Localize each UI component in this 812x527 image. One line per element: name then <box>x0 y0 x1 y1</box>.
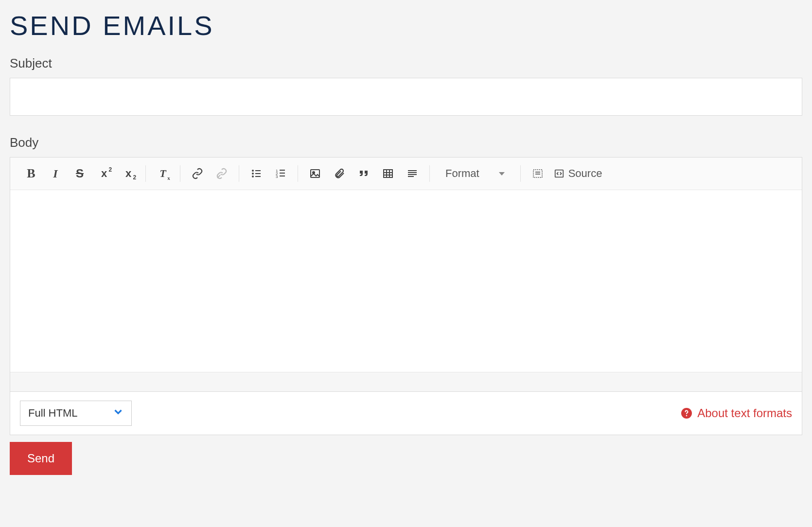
image-button[interactable] <box>306 164 324 183</box>
svg-rect-15 <box>384 170 392 177</box>
help-circle-icon <box>681 407 692 419</box>
strike-icon: S <box>76 167 84 180</box>
table-button[interactable] <box>379 164 397 183</box>
superscript-button[interactable]: x2 <box>95 164 113 183</box>
svg-rect-2 <box>255 170 261 171</box>
subscript-button[interactable]: x2 <box>119 164 138 183</box>
svg-text:3: 3 <box>276 175 278 179</box>
bullet-list-icon <box>250 168 262 179</box>
svg-rect-12 <box>280 176 285 176</box>
send-button[interactable]: Send <box>10 442 72 475</box>
editor-toolbar: B I S x2 x2 Tx <box>10 158 802 190</box>
blockquote-button[interactable] <box>354 164 373 183</box>
source-button[interactable]: Source <box>550 164 606 183</box>
svg-rect-4 <box>255 173 261 174</box>
source-label: Source <box>568 167 602 180</box>
numbered-list-button[interactable]: 1 2 3 <box>271 164 290 183</box>
quote-icon <box>358 168 370 179</box>
subject-label: Subject <box>10 56 802 71</box>
svg-rect-24 <box>533 170 542 177</box>
about-text-formats-link[interactable]: About text formats <box>681 406 792 420</box>
image-icon <box>309 168 321 179</box>
page-title: SEND EMAILS <box>10 10 802 41</box>
bold-icon: B <box>27 166 35 181</box>
show-blocks-icon <box>532 168 544 179</box>
toolbar-separator <box>239 165 239 182</box>
toolbar-separator <box>429 165 430 182</box>
body-label: Body <box>10 135 802 150</box>
superscript-icon: x2 <box>101 167 107 180</box>
svg-point-3 <box>252 173 254 175</box>
about-text-formats-label: About text formats <box>697 406 792 420</box>
link-button[interactable] <box>188 164 207 183</box>
svg-rect-8 <box>280 170 285 171</box>
subject-input[interactable] <box>10 78 802 116</box>
chevron-down-icon <box>112 405 124 421</box>
rich-text-editor: B I S x2 x2 Tx <box>10 157 802 392</box>
svg-point-1 <box>252 170 254 172</box>
svg-rect-10 <box>280 173 285 174</box>
numbered-list-icon: 1 2 3 <box>275 168 286 179</box>
bullet-list-button[interactable] <box>247 164 265 183</box>
unlink-icon <box>216 168 228 179</box>
text-format-row: Full HTML About text formats <box>10 392 802 435</box>
format-dropdown[interactable]: Format <box>438 164 512 183</box>
strike-button[interactable]: S <box>71 164 89 183</box>
paperclip-icon <box>334 168 345 179</box>
toolbar-separator <box>520 165 521 182</box>
toolbar-separator <box>298 165 298 182</box>
attachment-button[interactable] <box>330 164 349 183</box>
toolbar-separator <box>145 165 146 182</box>
editor-statusbar <box>10 372 802 391</box>
unlink-button[interactable] <box>212 164 231 183</box>
remove-format-button[interactable]: Tx <box>154 164 172 183</box>
svg-point-5 <box>252 176 254 177</box>
bold-button[interactable]: B <box>22 164 40 183</box>
svg-rect-13 <box>311 170 319 177</box>
align-icon <box>406 168 418 179</box>
toolbar-separator <box>180 165 180 182</box>
svg-point-29 <box>686 415 688 417</box>
remove-format-icon: Tx <box>159 167 166 180</box>
svg-rect-6 <box>255 176 261 177</box>
text-format-select[interactable]: Full HTML <box>20 401 132 426</box>
text-format-selected: Full HTML <box>28 407 77 420</box>
format-dropdown-label: Format <box>445 167 479 180</box>
link-icon <box>192 168 203 179</box>
body-editor-area[interactable] <box>10 190 802 370</box>
caret-down-icon <box>499 172 505 176</box>
source-icon <box>554 168 565 179</box>
show-blocks-button[interactable] <box>529 164 547 183</box>
italic-icon: I <box>53 167 57 180</box>
align-button[interactable] <box>403 164 422 183</box>
italic-button[interactable]: I <box>46 164 65 183</box>
table-icon <box>382 168 394 179</box>
subscript-icon: x2 <box>125 167 131 180</box>
